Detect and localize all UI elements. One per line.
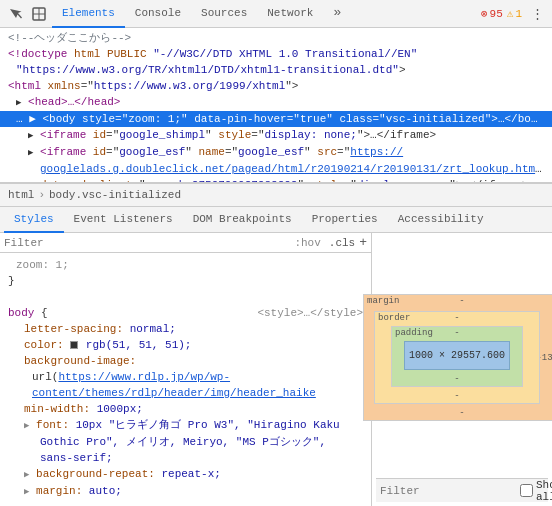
- html-line-body[interactable]: … ▶ <body style="zoom: 1;" data-pin-hove…: [0, 111, 552, 127]
- html-line-1[interactable]: <!--ヘッダここから-->: [0, 30, 552, 46]
- box-model-filter-bar: Show all: [376, 478, 548, 502]
- error-icon: ⊗: [481, 7, 488, 20]
- css-content: zoom: 1; } body <style>…</style> { lette…: [0, 253, 371, 506]
- filter-input[interactable]: [4, 237, 290, 249]
- error-count: 95: [490, 8, 503, 20]
- margin-expand-triangle[interactable]: ▶: [24, 487, 29, 497]
- margin-bottom-val: -: [366, 408, 552, 418]
- cursor-icon[interactable]: [4, 3, 26, 25]
- html-line-2[interactable]: <!doctype html PUBLIC "-//W3C//DTD XHTML…: [0, 46, 552, 62]
- breadcrumb-body[interactable]: body.vsc-initialized: [49, 189, 181, 201]
- hov-button[interactable]: :hov: [294, 237, 320, 249]
- tab-network[interactable]: Network: [257, 0, 323, 28]
- html-line-url[interactable]: googlelads.g.doubleclick.net/pagead/html…: [0, 161, 552, 177]
- box-margin-wrapper: margin - -130 border - padding -: [363, 294, 552, 421]
- iframe2-url[interactable]: googlelads.g.doubleclick.net/pagead/html…: [40, 163, 548, 175]
- tab-more[interactable]: »: [323, 0, 351, 28]
- css-url1[interactable]: https://www.rdlp.jp/wp/wp-: [58, 371, 230, 383]
- error-badge: ⊗ 95: [481, 7, 503, 20]
- css-prop-bg-repeat: ▶ background-repeat: repeat-x;: [8, 466, 363, 483]
- css-font-continuation1: Gothic Pro", メイリオ, Meiryo, "MS Pゴシック",: [8, 434, 363, 450]
- padding-label: padding: [395, 328, 433, 338]
- padding-top-val: -: [454, 328, 459, 338]
- doctype-tag: <!doctype: [8, 48, 74, 60]
- tab-accessibility[interactable]: Accessibility: [388, 207, 494, 233]
- box-margin: margin - -130 border - padding -: [363, 294, 552, 421]
- box-border: border - padding - 1000 × 29557.600 -: [374, 311, 540, 404]
- cls-button[interactable]: .cls: [329, 237, 355, 249]
- tab-sources[interactable]: Sources: [191, 0, 257, 28]
- margin-label: margin: [367, 296, 399, 306]
- top-toolbar: Elements Console Sources Network » ⊗ 95 …: [0, 0, 552, 28]
- css-prop-letter-spacing: letter-spacing: normal;: [8, 321, 363, 337]
- box-model-container: margin - -130 border - padding -: [376, 237, 548, 478]
- html-line-iframe1[interactable]: ▶ <iframe id="google_shimpl" style="disp…: [0, 127, 552, 144]
- padding-bottom-val: -: [394, 374, 520, 384]
- comment-text: <!--ヘッダここから-->: [8, 32, 131, 44]
- css-prop-font: ▶ font: 10px "ヒラギノ角ゴ Pro W3", "Hiragino …: [8, 417, 363, 434]
- accessibility-filter-input[interactable]: [380, 485, 520, 497]
- breadcrumb-separator: ›: [38, 189, 45, 201]
- html-line-iframe2[interactable]: ▶ <iframe id="google_esf" name="google_e…: [0, 144, 552, 161]
- box-model-panel: margin - -130 border - padding -: [372, 233, 552, 506]
- show-all-checkbox-input[interactable]: [520, 484, 533, 497]
- border-label: border: [378, 313, 410, 323]
- iframe1-triangle[interactable]: ▶: [28, 131, 33, 141]
- css-bg-url1: url(https://www.rdlp.jp/wp/wp-: [8, 369, 363, 385]
- box-content: 1000 × 29557.600: [404, 341, 510, 370]
- css-zoom-line: zoom: 1;: [8, 257, 363, 273]
- show-all-toggle[interactable]: Show all: [520, 479, 552, 503]
- doctype-attr: html: [74, 48, 100, 60]
- xmlns-val: https://www.w3.org/1999/xhtml: [94, 80, 285, 92]
- breadcrumb-html[interactable]: html: [8, 189, 34, 201]
- tab-console[interactable]: Console: [125, 0, 191, 28]
- css-url2[interactable]: content/themes/rdlp/header/img/header_ha…: [32, 387, 316, 399]
- add-style-button[interactable]: +: [359, 235, 367, 250]
- content-dimensions: 1000 × 29557.600: [409, 350, 505, 361]
- html-source-panel: <!--ヘッダここから--> <!doctype html PUBLIC "-/…: [0, 28, 552, 183]
- border-bottom-val: -: [377, 391, 537, 401]
- tab-styles[interactable]: Styles: [4, 207, 64, 233]
- css-prop-margin: ▶ margin: auto;: [8, 483, 363, 500]
- tab-dom-breakpoints[interactable]: DOM Breakpoints: [183, 207, 302, 233]
- main-tab-bar: Elements Console Sources Network »: [52, 0, 479, 28]
- styles-panel: :hov .cls + zoom: 1; } body <style>…</st…: [0, 233, 372, 506]
- font-expand-triangle[interactable]: ▶: [24, 421, 29, 431]
- bottom-tab-bar: Styles Event Listeners DOM Breakpoints P…: [0, 207, 552, 233]
- head-tag: <head>…</head>: [28, 96, 120, 108]
- css-prop-min-width: min-width: 1000px;: [8, 401, 363, 417]
- doctype-public: PUBLIC: [107, 48, 147, 60]
- more-options-icon[interactable]: ⋮: [526, 3, 548, 25]
- doctype-url: "https://www.w3.org/TR/xhtml1/DTD/xhtml1…: [16, 64, 399, 76]
- tab-event-listeners[interactable]: Event Listeners: [64, 207, 183, 233]
- filter-bar: :hov .cls +: [0, 233, 371, 253]
- css-selector[interactable]: body: [8, 307, 34, 319]
- html-line-4[interactable]: <html xmlns="https://www.w3.org/1999/xht…: [0, 78, 552, 94]
- warning-icon: ⚠: [507, 7, 514, 20]
- css-prop-color: color: rgb(51, 51, 51);: [8, 337, 363, 353]
- inspect-icon[interactable]: [28, 3, 50, 25]
- margin-top-val: -: [459, 296, 464, 306]
- breadcrumb-bar: html › body.vsc-initialized: [0, 183, 552, 207]
- doctype-val: "-//W3C//DTD XHTML 1.0 Transitional//EN": [153, 48, 417, 60]
- toolbar-right: ⊗ 95 ⚠ 1 ⋮: [481, 3, 548, 25]
- css-source[interactable]: <style>…</style>: [257, 305, 363, 321]
- border-top-val: -: [454, 313, 459, 323]
- html-line-3[interactable]: "https://www.w3.org/TR/xhtml1/DTD/xhtml1…: [0, 62, 552, 78]
- tab-properties[interactable]: Properties: [302, 207, 388, 233]
- iframe1-id-val: google_shimpl: [119, 129, 205, 141]
- css-empty-brace: }: [8, 273, 363, 289]
- iframe1-id-attr: id: [93, 129, 106, 141]
- xmlns-attr: xmlns: [48, 80, 81, 92]
- css-bg-url2: content/themes/rdlp/header/img/header_ha…: [8, 385, 363, 401]
- head-triangle[interactable]: ▶: [16, 98, 21, 108]
- html-line-5[interactable]: ▶ <head>…</head>: [0, 94, 552, 111]
- main-content: :hov .cls + zoom: 1; } body <style>…</st…: [0, 233, 552, 506]
- iframe2-triangle[interactable]: ▶: [28, 148, 33, 158]
- bg-repeat-expand-triangle[interactable]: ▶: [24, 470, 29, 480]
- css-body-rule: body <style>…</style> {: [8, 305, 363, 321]
- css-prop-bg-image: background-image:: [8, 353, 363, 369]
- color-swatch[interactable]: [70, 341, 78, 349]
- warning-count: 1: [515, 8, 522, 20]
- tab-elements[interactable]: Elements: [52, 0, 125, 28]
